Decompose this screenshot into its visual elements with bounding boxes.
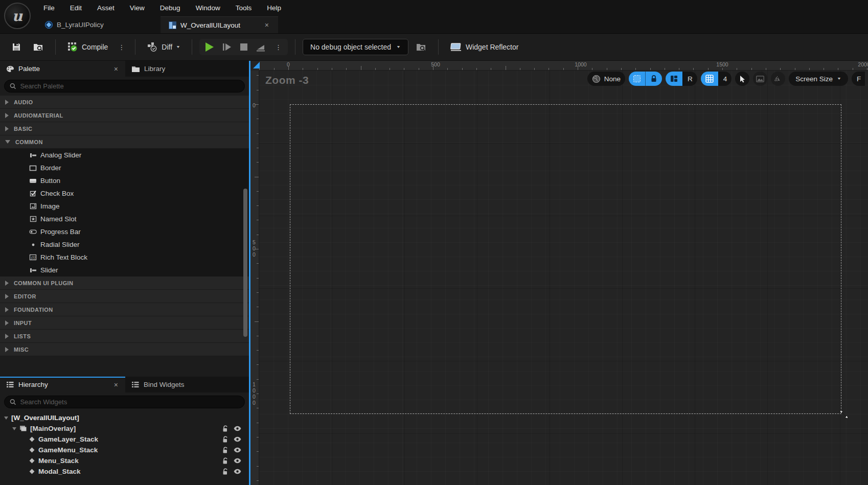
tree-row-gamemenu-stack[interactable]: GameMenu_Stack <box>0 445 249 455</box>
unreal-logo-icon[interactable]: u <box>4 3 31 29</box>
palette-category-audio[interactable]: AUDIO <box>0 96 249 109</box>
ruler-tick <box>621 68 622 70</box>
unlock-icon[interactable] <box>222 468 229 475</box>
menu-help[interactable]: Help <box>260 1 288 15</box>
doc-tab-blyrauipolicy[interactable]: B_LyraUIPolicy <box>37 16 154 33</box>
widget-reflector-button[interactable]: Widget Reflector <box>446 39 522 55</box>
tree-row-modal-stack[interactable]: Modal_Stack <box>0 466 249 477</box>
palette-item-check-box[interactable]: Check Box <box>0 187 249 200</box>
tree-row-mainoverlay[interactable]: [MainOverlay] <box>0 423 249 434</box>
palette-item-image[interactable]: Image <box>0 200 249 213</box>
palette-category-misc[interactable]: MISC <box>0 343 249 356</box>
toolbar-separator <box>438 39 439 55</box>
play-button[interactable] <box>202 40 216 54</box>
tab-palette[interactable]: Palette × <box>0 61 125 77</box>
image-mountains-icon <box>756 76 764 82</box>
preview-background-dropdown[interactable]: None <box>587 72 625 86</box>
close-icon[interactable]: × <box>264 21 270 29</box>
panel-splitter[interactable] <box>249 61 250 485</box>
tab-library[interactable]: Library <box>125 61 171 77</box>
palette-search-input[interactable] <box>20 82 239 90</box>
menu-debug[interactable]: Debug <box>153 1 187 15</box>
unlock-icon[interactable] <box>222 447 229 454</box>
lock-widgets-toggle[interactable] <box>645 72 662 86</box>
tree-row-gamelayer-stack[interactable]: GameLayer_Stack <box>0 434 249 445</box>
palette-category-basic[interactable]: BASIC <box>0 122 249 135</box>
resize-cursor-icon[interactable] <box>838 408 850 421</box>
unlock-icon[interactable] <box>222 457 229 465</box>
unlock-icon[interactable] <box>222 436 229 443</box>
ruler-tick <box>257 119 259 119</box>
main-menu-bar: File Edit Asset View Debug Window Tools … <box>37 0 288 15</box>
cursor-tool-button[interactable] <box>735 72 749 86</box>
play-options-button[interactable]: ⋮ <box>272 42 285 53</box>
tree-row-root[interactable]: [W_OverallUILayout] <box>0 412 249 423</box>
hierarchy-search[interactable] <box>4 396 245 408</box>
frame-skip-button[interactable] <box>221 41 233 53</box>
palette-category-audiomaterial[interactable]: AUDIOMATERIAL <box>0 109 249 122</box>
layout-mode-toggle[interactable] <box>666 72 682 86</box>
palette-search[interactable] <box>4 80 245 93</box>
doc-tab-woverralluilayout[interactable]: W_OverallUILayout × <box>161 16 278 33</box>
palette-item-slider[interactable]: Slider <box>0 264 249 276</box>
compile-options-button[interactable]: ⋮ <box>115 42 128 53</box>
palette-item-analog-slider[interactable]: Analog Slider <box>0 149 249 161</box>
dashed-outline-toggle[interactable] <box>629 72 645 86</box>
palette-item-rich-text-block[interactable]: (I) Rich Text Block <box>0 251 249 264</box>
menu-edit[interactable]: Edit <box>63 1 88 15</box>
palette-category-lists[interactable]: LISTS <box>0 330 249 343</box>
grid-snap-size-dropdown[interactable]: 4 <box>718 72 732 86</box>
flip-preview-button[interactable] <box>771 72 785 86</box>
palette-item-button[interactable]: Button <box>0 174 249 187</box>
palette-item-progress-bar[interactable]: Progress Bar <box>0 225 249 238</box>
debug-object-dropdown[interactable]: No debug object selected ▼ <box>303 39 408 55</box>
hierarchy-search-input[interactable] <box>20 398 239 406</box>
palette-category-common-ui-plugin[interactable]: COMMON UI PLUGIN <box>0 276 249 290</box>
ruler-tick <box>506 66 506 70</box>
find-object-icon <box>416 42 427 52</box>
palette-item-named-slot[interactable]: Named Slot <box>0 213 249 225</box>
fill-screen-dropdown-partial[interactable]: F <box>852 72 865 86</box>
ruler-tick <box>433 66 433 70</box>
browse-to-asset-button[interactable] <box>29 39 48 55</box>
tab-hierarchy[interactable]: Hierarchy × <box>0 377 125 392</box>
grid-snap-toggle[interactable] <box>701 72 718 86</box>
eye-visibility-icon[interactable] <box>233 457 242 464</box>
screen-size-dropdown[interactable]: Screen Size ▼ <box>789 72 848 86</box>
palette-category-common[interactable]: COMMON <box>0 135 249 149</box>
tab-bind-widgets[interactable]: Bind Widgets <box>125 377 191 392</box>
eject-button[interactable] <box>255 41 267 53</box>
ruler-tick <box>592 68 592 70</box>
preview-image-button[interactable] <box>753 72 767 86</box>
ruler-tick <box>255 249 259 249</box>
designer-canvas[interactable]: 0 500 1000 1500 2000 0 5 0 0 1 0 0 0 Zoo… <box>249 61 868 485</box>
palette-category-foundation[interactable]: FOUNDATION <box>0 303 249 316</box>
eye-visibility-icon[interactable] <box>233 425 242 432</box>
design-area-outline[interactable] <box>290 104 841 414</box>
palette-category-input[interactable]: INPUT <box>0 316 249 330</box>
palette-item-radial-slider[interactable]: Radial Slider <box>0 238 249 251</box>
save-button[interactable] <box>7 39 26 55</box>
respect-locks-toggle[interactable]: R <box>682 72 697 86</box>
menu-tools[interactable]: Tools <box>229 1 259 15</box>
close-icon[interactable]: × <box>113 65 119 73</box>
widget-diamond-icon <box>30 448 35 453</box>
eye-visibility-icon[interactable] <box>233 436 242 443</box>
eye-visibility-icon[interactable] <box>233 447 242 453</box>
tree-row-menu-stack[interactable]: Menu_Stack <box>0 455 249 466</box>
palette-scrollbar[interactable] <box>243 189 247 337</box>
menu-window[interactable]: Window <box>189 1 227 15</box>
palette-category-editor[interactable]: EDITOR <box>0 290 249 303</box>
close-icon[interactable]: × <box>113 381 119 389</box>
menu-view[interactable]: View <box>123 1 151 15</box>
stop-button[interactable] <box>238 41 249 53</box>
browse-debug-object-button[interactable] <box>412 39 431 55</box>
menu-file[interactable]: File <box>37 1 61 15</box>
palette-item-border[interactable]: Border <box>0 161 249 174</box>
menu-asset[interactable]: Asset <box>90 1 121 15</box>
diff-button[interactable]: Diff ▼ <box>143 38 185 56</box>
compile-button[interactable]: Compile <box>63 38 112 56</box>
ruler-tick <box>607 68 607 70</box>
eye-visibility-icon[interactable] <box>233 468 242 475</box>
unlock-icon[interactable] <box>222 425 229 432</box>
